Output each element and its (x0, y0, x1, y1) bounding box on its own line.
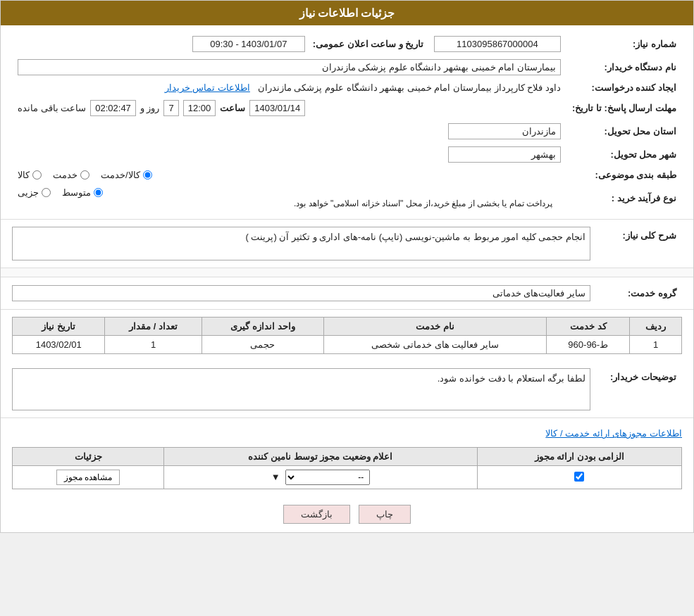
need-desc-row: شرح کلی نیاز: انجام حجمی کلیه امور مربوط… (12, 227, 682, 260)
permits-section: اطلاعات مجوزهای ارائه خدمت / کالا الزامی… (1, 418, 693, 496)
city-value: بهشهر (12, 143, 566, 166)
need-number-value: 1103095867000004 تاریخ و ساعت اعلان عموم… (12, 32, 566, 56)
category-radio-group: کالا خدمت کالا/خدمت (18, 170, 561, 180)
deadline-row: مهلت ارسال پاسخ: تا تاریخ: 1403/01/14 سا… (12, 96, 682, 120)
category-row: طبقه بندی موضوعی: کالا خدمت کالا/خدمت (12, 166, 682, 184)
table-header-row: ردیف کد خدمت نام خدمت واحد اندازه گیری ت… (13, 318, 682, 336)
need-number-box: 1103095867000004 (434, 36, 561, 52)
kala-khedmat-radio[interactable] (143, 170, 152, 180)
col-row-num: ردیف (630, 318, 682, 336)
khedmat-radio[interactable] (80, 170, 89, 180)
permits-details-cell: مشاهده مجوز (13, 466, 164, 489)
col-quantity: تعداد / مقدار (105, 318, 202, 336)
buyer-org-value: بیمارستان امام خمینی بهشهر دانشگاه علوم … (12, 56, 566, 79)
remaining-time-box: 02:02:47 (90, 100, 136, 116)
category-label: طبقه بندی موضوعی: (566, 166, 682, 184)
permits-title-link[interactable]: اطلاعات مجوزهای ارائه خدمت / کالا (12, 425, 682, 441)
footer-buttons: چاپ بازگشت (1, 496, 693, 532)
page-wrapper: جزئیات اطلاعات نیاز شماره نیاز: 11030958… (0, 0, 694, 533)
permits-table-body: -- ▼ مشاهده مجوز (13, 466, 682, 489)
buyer-notes-box: لطفا برگه استعلام با دقت خوانده شود. (12, 368, 590, 410)
process-radio-group: جزیی متوسط (18, 187, 561, 198)
permits-header-row: الزامی بودن ارائه مجوز اعلام وضعیت مجوز … (13, 448, 682, 466)
service-table-body: 1 ط-96-960 سایر فعالیت های خدماتی شخصی ح… (13, 336, 682, 354)
motavasset-label: متوسط (62, 187, 91, 198)
col-unit: واحد اندازه گیری (202, 318, 323, 336)
buyer-notes-text: لطفا برگه استعلام با دقت خوانده شود. (438, 373, 585, 384)
deadline-label: مهلت ارسال پاسخ: تا تاریخ: (566, 96, 682, 120)
requester-row: ایجاد کننده درخواست: داود فلاح کارپرداز … (12, 79, 682, 96)
deadline-value: 1403/01/14 ساعت 12:00 7 روز و 02:02:47 س… (12, 96, 566, 120)
deadline-time-label: ساعت (220, 103, 245, 113)
khedmat-label: خدمت (53, 170, 78, 180)
cell-service-code: ط-96-960 (547, 336, 630, 354)
kala-radio[interactable] (32, 170, 42, 180)
kala-label: کالا (18, 170, 30, 180)
cell-row-num: 1 (630, 336, 682, 354)
category-kala: کالا (18, 170, 42, 180)
service-info-title (1, 268, 693, 277)
permits-status-cell: -- ▼ (164, 466, 478, 489)
announcement-date-box: 1403/01/07 - 09:30 (192, 36, 305, 52)
buyer-org-row: نام دستگاه خریدار: بیمارستان امام خمینی … (12, 56, 682, 79)
kala-khedmat-label: کالا/خدمت (101, 170, 140, 180)
province-value: مازندران (12, 120, 566, 143)
buyer-notes-value: لطفا برگه استعلام با دقت خوانده شود. (12, 368, 590, 410)
info-grid: شماره نیاز: 1103095867000004 تاریخ و ساع… (12, 32, 682, 212)
print-button[interactable]: چاپ (359, 505, 411, 524)
permits-col-required: الزامی بودن ارائه مجوز (477, 448, 681, 466)
buyer-notes-section: توضیحات خریدار: لطفا برگه استعلام با دقت… (1, 361, 693, 418)
col-date: تاریخ نیاز (13, 318, 105, 336)
city-box: بهشهر (448, 146, 561, 163)
col-service-name: نام خدمت (324, 318, 547, 336)
permits-required-checkbox[interactable] (574, 472, 584, 482)
page-header: جزئیات اطلاعات نیاز (1, 1, 693, 25)
requester-name: داود فلاح کارپرداز بیمارستان امام خمینی … (258, 82, 561, 93)
category-kala-khedmat: کالا/خدمت (101, 170, 152, 180)
requester-contact-link[interactable]: اطلاعات تماس خریدار (165, 82, 250, 93)
service-group-box: سایر فعالیت‌های خدماتی (12, 285, 590, 301)
requester-label: ایجاد کننده درخواست: (566, 79, 682, 96)
province-box: مازندران (448, 123, 561, 139)
permits-col-status: اعلام وضعیت مجوز توسط نامین کننده (164, 448, 478, 466)
service-group-label: گروه خدمت: (597, 284, 682, 302)
permits-table-head: الزامی بودن ارائه مجوز اعلام وضعیت مجوز … (13, 448, 682, 466)
buyer-org-box: بیمارستان امام خمینی بهشهر دانشگاه علوم … (18, 59, 561, 75)
deadline-time-row: 1403/01/14 ساعت 12:00 7 روز و 02:02:47 س… (18, 100, 561, 116)
need-desc-value: انجام حجمی کلیه امور مربوط به ماشین-نویس… (12, 227, 590, 260)
service-group-value: سایر فعالیت‌های خدماتی (12, 285, 590, 301)
permits-status-select[interactable]: -- (285, 470, 370, 485)
need-number-row: شماره نیاز: 1103095867000004 تاریخ و ساع… (12, 32, 682, 56)
buyer-notes-label: توضیحات خریدار: (597, 368, 682, 386)
table-row: 1 ط-96-960 سایر فعالیت های خدماتی شخصی ح… (13, 336, 682, 354)
process-jazei: جزیی (18, 187, 51, 198)
col-service-code: کد خدمت (547, 318, 630, 336)
remaining-suffix: ساعت باقی مانده (18, 103, 86, 113)
announcement-label: تاریخ و ساعت اعلان عمومی: (313, 39, 424, 49)
city-row: شهر محل تحویل: بهشهر (12, 143, 682, 166)
cell-unit: حجمی (202, 336, 323, 354)
view-permit-button[interactable]: مشاهده مجوز (56, 470, 120, 485)
process-description: پرداخت تمام یا بخشی از مبلغ خرید،از محل … (294, 199, 552, 208)
deadline-time-box: 12:00 (183, 100, 216, 116)
motavasset-radio[interactable] (94, 188, 103, 197)
back-button[interactable]: بازگشت (283, 505, 350, 524)
jazei-radio[interactable] (42, 188, 51, 197)
service-table-section: ردیف کد خدمت نام خدمت واحد اندازه گیری ت… (1, 310, 693, 361)
process-motavasset: متوسط (62, 187, 103, 198)
cell-date: 1403/02/01 (13, 336, 105, 354)
process-type-value: جزیی متوسط پرداخت تمام یا بخشی از مبلغ خ… (12, 184, 566, 212)
service-table-head: ردیف کد خدمت نام خدمت واحد اندازه گیری ت… (13, 318, 682, 336)
category-khedmat: خدمت (53, 170, 89, 180)
service-table: ردیف کد خدمت نام خدمت واحد اندازه گیری ت… (12, 317, 682, 354)
main-info-section: شماره نیاز: 1103095867000004 تاریخ و ساع… (1, 25, 693, 220)
cell-service-name: سایر فعالیت های خدماتی شخصی (324, 336, 547, 354)
permits-row: -- ▼ مشاهده مجوز (13, 466, 682, 489)
permits-table: الزامی بودن ارائه مجوز اعلام وضعیت مجوز … (12, 447, 682, 489)
need-desc-label: شرح کلی نیاز: (597, 227, 682, 244)
requester-value: داود فلاح کارپرداز بیمارستان امام خمینی … (12, 79, 566, 96)
service-group-row: گروه خدمت: سایر فعالیت‌های خدماتی (12, 284, 682, 302)
page-title: جزئیات اطلاعات نیاز (299, 7, 395, 19)
permits-required-cell (477, 466, 681, 489)
need-desc-box: انجام حجمی کلیه امور مربوط به ماشین-نویس… (12, 227, 590, 260)
